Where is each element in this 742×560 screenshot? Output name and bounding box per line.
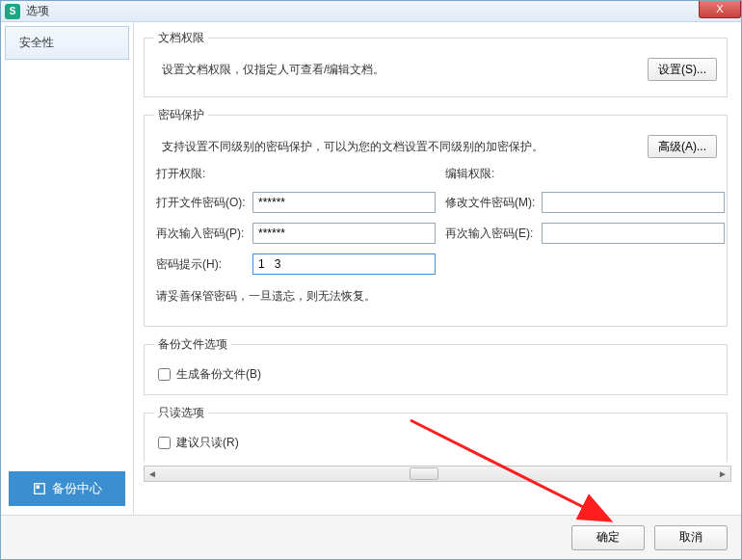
modify-file-password-input[interactable] [542,192,725,213]
main-scroll: 文档权限 设置文档权限，仅指定人可查看/编辑文档。 设置(S)... 密码保护 … [144,30,731,462]
sidebar-spacer [5,60,129,467]
close-button[interactable]: X [699,1,741,18]
reenter-open-password-input[interactable] [252,223,436,244]
password-group: 密码保护 支持设置不同级别的密码保护，可以为您的文档设置不同级别的加密保护。 高… [144,107,728,327]
generate-backup-checkbox[interactable] [158,368,171,381]
open-file-password-label: 打开文件密码(O): [156,195,252,211]
backup-file-group: 备份文件选项 生成备份文件(B) [144,336,728,395]
password-desc: 支持设置不同级别的密码保护，可以为您的文档设置不同级别的加密保护。 [162,139,648,155]
suggest-readonly-label: 建议只读(R) [176,435,239,451]
sidebar-item-security[interactable]: 安全性 [5,26,129,60]
open-permission-label: 打开权限: [156,166,252,182]
modify-file-password-label: 修改文件密码(M): [445,195,542,211]
readonly-legend: 只读选项 [154,405,208,421]
doc-permission-desc: 设置文档权限，仅指定人可查看/编辑文档。 [162,62,648,78]
password-legend: 密码保护 [154,107,208,123]
password-hint-label: 密码提示(H): [156,256,252,273]
backup-center-label: 备份中心 [52,480,102,497]
main-panel: 文档权限 设置文档权限，仅指定人可查看/编辑文档。 设置(S)... 密码保护 … [134,22,741,514]
horizontal-scrollbar[interactable]: ◄ ► [144,466,731,482]
scroll-track[interactable] [160,467,715,481]
backup-center-button[interactable]: 备份中心 [9,471,125,506]
suggest-readonly-checkbox[interactable] [158,437,171,449]
scroll-right-icon[interactable]: ► [715,468,730,479]
password-hint-input[interactable] [252,253,436,275]
generate-backup-label: 生成备份文件(B) [176,366,261,383]
ok-button[interactable]: 确定 [571,525,645,550]
dialog-footer: 确定 取消 [1,515,741,559]
doc-permission-settings-button[interactable]: 设置(S)... [648,58,717,81]
options-dialog: S 选项 X 安全性 备份中心 文档权限 设置文档权限，仅指定人可查看/编辑文档… [0,0,742,560]
generate-backup-checkbox-row[interactable]: 生成备份文件(B) [158,366,717,383]
password-note: 请妥善保管密码，一旦遗忘，则无法恢复。 [156,288,717,305]
backup-icon [33,482,46,495]
svg-rect-1 [36,486,40,490]
password-advanced-button[interactable]: 高级(A)... [648,135,717,158]
open-file-password-input[interactable] [252,192,436,213]
doc-permission-group: 文档权限 设置文档权限，仅指定人可查看/编辑文档。 设置(S)... [144,30,728,97]
window-title: 选项 [26,3,49,19]
reenter-edit-password-label: 再次输入密码(E): [445,226,542,242]
backup-file-legend: 备份文件选项 [154,336,231,353]
app-icon: S [5,4,20,19]
scroll-left-icon[interactable]: ◄ [145,468,160,479]
suggest-readonly-checkbox-row[interactable]: 建议只读(R) [158,435,717,451]
edit-permission-label: 编辑权限: [445,166,542,182]
dialog-body: 安全性 备份中心 文档权限 设置文档权限，仅指定人可查看/编辑文档。 设置(S)… [1,22,741,514]
titlebar: S 选项 X [1,1,741,22]
sidebar: 安全性 备份中心 [1,22,134,514]
scroll-thumb[interactable] [410,467,438,480]
reenter-open-password-label: 再次输入密码(P): [156,226,252,242]
doc-permission-legend: 文档权限 [154,30,208,46]
readonly-group: 只读选项 建议只读(R) [144,405,728,462]
cancel-button[interactable]: 取消 [654,525,728,550]
reenter-edit-password-input[interactable] [542,223,725,244]
